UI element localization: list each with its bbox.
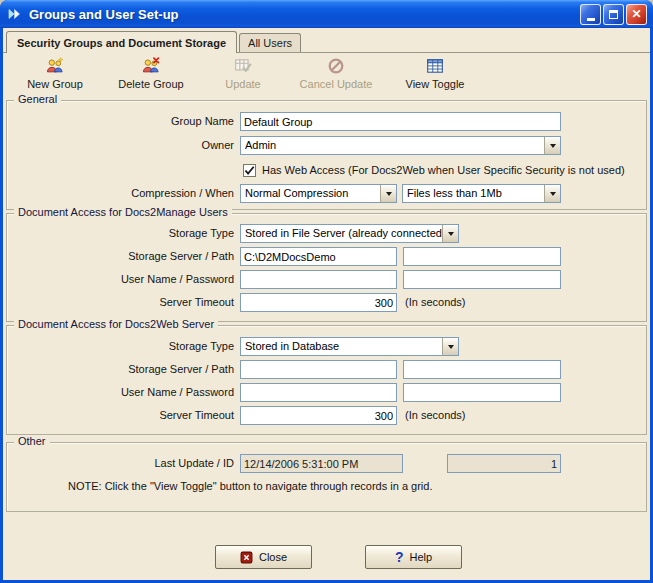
new-group-button[interactable]: New Group bbox=[15, 54, 95, 96]
group-name-input[interactable] bbox=[240, 112, 561, 131]
d2m-credentials-label: User Name / Password bbox=[3, 270, 234, 289]
general-legend: General bbox=[14, 93, 61, 105]
d2w-timeout-input[interactable] bbox=[240, 406, 397, 425]
update-icon bbox=[234, 57, 252, 75]
delete-group-label: Delete Group bbox=[118, 78, 183, 90]
help-button[interactable]: ? Help bbox=[365, 545, 462, 569]
titlebar[interactable]: Groups and User Set-up ✕ bbox=[0, 0, 653, 28]
last-update-field bbox=[240, 454, 403, 473]
compression-combo-value: Normal Compression bbox=[241, 185, 380, 202]
app-icon bbox=[7, 6, 23, 22]
window-close-icon: ✕ bbox=[631, 8, 641, 20]
d2w-storage-type-label: Storage Type bbox=[3, 337, 234, 356]
d2w-timeout-note: (In seconds) bbox=[405, 406, 466, 425]
d2w-storage-path-label: Storage Server / Path bbox=[3, 360, 234, 379]
compression-when-combo-value: Files less than 1Mb bbox=[403, 185, 544, 202]
compression-when-combo-arrow bbox=[544, 185, 560, 202]
compression-combo[interactable]: Normal Compression bbox=[240, 184, 397, 203]
d2w-credentials-label: User Name / Password bbox=[3, 383, 234, 402]
new-group-icon bbox=[46, 57, 64, 75]
d2m-storage-path2-input[interactable] bbox=[403, 247, 561, 266]
cancel-update-label: Cancel Update bbox=[300, 78, 373, 90]
window-close-button[interactable]: ✕ bbox=[626, 4, 647, 25]
close-button-label: Close bbox=[259, 551, 287, 563]
update-label: Update bbox=[225, 78, 260, 90]
owner-combo[interactable]: Admin bbox=[240, 136, 561, 155]
d2m-timeout-input[interactable] bbox=[240, 293, 397, 312]
view-toggle-note: NOTE: Click the "View Toggle" button to … bbox=[68, 480, 433, 492]
d2w-storage-path-input[interactable] bbox=[240, 360, 397, 379]
check-icon bbox=[244, 165, 255, 176]
window-controls: ✕ bbox=[580, 4, 647, 25]
owner-label: Owner bbox=[3, 136, 234, 155]
docs2manage-legend: Document Access for Docs2Manage Users bbox=[14, 206, 232, 218]
d2m-password-input[interactable] bbox=[403, 270, 561, 289]
new-group-label: New Group bbox=[27, 78, 83, 90]
d2m-storage-path-input[interactable] bbox=[240, 247, 397, 266]
docs2web-legend: Document Access for Docs2Web Server bbox=[14, 318, 218, 330]
owner-combo-arrow bbox=[544, 137, 560, 154]
view-toggle-button[interactable]: View Toggle bbox=[393, 54, 477, 96]
other-groupbox: Other bbox=[6, 442, 647, 512]
dialog-body: Security Groups and Document Storage All… bbox=[3, 28, 650, 580]
minimize-icon bbox=[587, 18, 595, 21]
d2w-password-input[interactable] bbox=[403, 383, 561, 402]
maximize-button[interactable] bbox=[603, 4, 624, 25]
tab-bar: Security Groups and Document Storage All… bbox=[6, 30, 303, 52]
groups-and-user-setup-window: Groups and User Set-up ✕ Security Groups… bbox=[0, 0, 653, 583]
d2m-timeout-note: (In seconds) bbox=[405, 293, 466, 312]
view-toggle-label: View Toggle bbox=[406, 78, 465, 90]
d2m-timeout-label: Server Timeout bbox=[3, 293, 234, 312]
tab-security-groups[interactable]: Security Groups and Document Storage bbox=[6, 31, 237, 53]
minimize-button[interactable] bbox=[580, 4, 601, 25]
help-button-label: Help bbox=[409, 551, 432, 563]
delete-group-icon bbox=[142, 57, 160, 75]
web-access-label: Has Web Access (For Docs2Web when User S… bbox=[262, 161, 625, 180]
view-toggle-icon bbox=[426, 57, 444, 75]
d2w-storage-type-value: Stored in Database bbox=[241, 338, 442, 355]
close-button-icon bbox=[240, 551, 253, 564]
close-button[interactable]: Close bbox=[215, 545, 312, 569]
web-access-checkbox[interactable] bbox=[243, 164, 256, 177]
maximize-icon bbox=[609, 10, 618, 19]
record-id-field bbox=[447, 454, 561, 473]
last-update-id-label: Last Update / ID bbox=[3, 454, 234, 473]
d2w-storage-type-arrow bbox=[442, 338, 458, 355]
cancel-update-button: Cancel Update bbox=[290, 54, 382, 96]
d2m-storage-type-combo[interactable]: Stored in File Server (already connected… bbox=[240, 224, 459, 243]
delete-group-button[interactable]: Delete Group bbox=[106, 54, 196, 96]
help-icon: ? bbox=[395, 550, 404, 564]
compression-combo-arrow bbox=[380, 185, 396, 202]
tab-all-users[interactable]: All Users bbox=[239, 33, 301, 52]
window-title: Groups and User Set-up bbox=[29, 7, 580, 22]
d2w-timeout-label: Server Timeout bbox=[3, 406, 234, 425]
other-legend: Other bbox=[14, 435, 50, 447]
cancel-update-icon bbox=[327, 57, 345, 75]
d2m-storage-path-label: Storage Server / Path bbox=[3, 247, 234, 266]
d2m-storage-type-label: Storage Type bbox=[3, 224, 234, 243]
compression-when-label: Compression / When bbox=[3, 184, 234, 203]
d2w-storage-type-combo[interactable]: Stored in Database bbox=[240, 337, 459, 356]
update-button: Update bbox=[207, 54, 279, 96]
d2m-storage-type-value: Stored in File Server (already connected… bbox=[241, 225, 442, 242]
d2w-storage-path2-input[interactable] bbox=[403, 360, 561, 379]
owner-combo-value: Admin bbox=[241, 137, 544, 154]
d2m-username-input[interactable] bbox=[240, 270, 397, 289]
compression-when-combo[interactable]: Files less than 1Mb bbox=[402, 184, 561, 203]
toolbar: New Group Delete Group Update bbox=[3, 54, 650, 98]
d2w-username-input[interactable] bbox=[240, 383, 397, 402]
group-name-label: Group Name bbox=[3, 112, 234, 131]
d2m-storage-type-arrow bbox=[442, 225, 458, 242]
